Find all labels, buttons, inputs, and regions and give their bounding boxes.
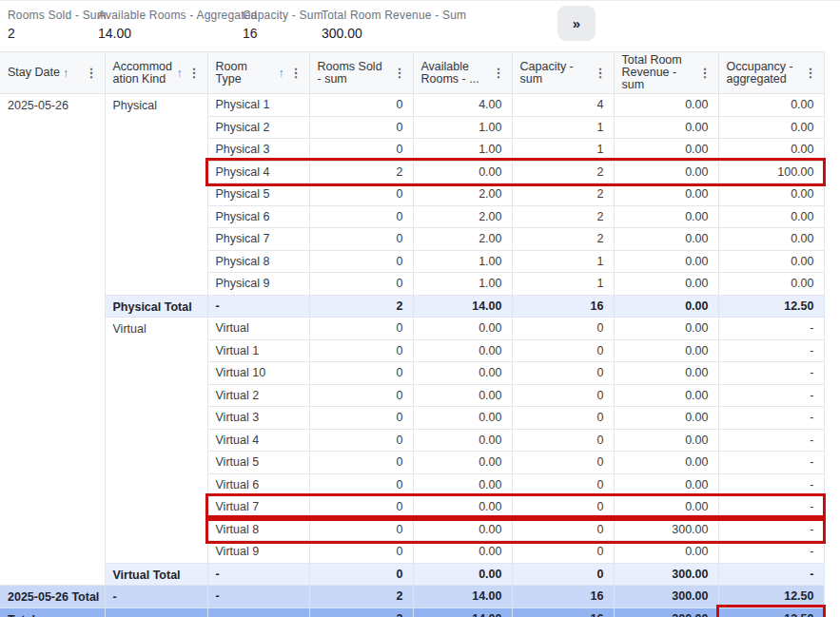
value-cell[interactable]: 0 bbox=[309, 473, 413, 496]
value-cell[interactable]: 0 bbox=[512, 384, 614, 407]
value-cell[interactable]: 0.00 bbox=[413, 339, 512, 362]
column-header-accommodation-kind[interactable]: Accommodation Kind↑⋮ bbox=[105, 52, 207, 94]
value-cell[interactable]: 1 bbox=[512, 116, 614, 139]
column-menu-icon[interactable]: ⋮ bbox=[83, 66, 101, 80]
value-cell[interactable]: 0 bbox=[309, 228, 413, 251]
value-cell[interactable]: 0 bbox=[309, 318, 413, 340]
room-type-cell[interactable]: Physical 8 bbox=[207, 250, 309, 273]
value-cell[interactable]: 0.00 bbox=[413, 563, 512, 586]
value-cell[interactable]: 0.00 bbox=[413, 429, 512, 452]
room-type-cell[interactable]: Physical 6 bbox=[207, 205, 309, 228]
value-cell[interactable]: 1.00 bbox=[413, 273, 512, 296]
value-cell[interactable]: 0.00 bbox=[718, 139, 824, 162]
value-cell[interactable]: 0 bbox=[309, 183, 413, 206]
value-cell[interactable]: 0 bbox=[309, 273, 413, 296]
value-cell[interactable]: 0 bbox=[309, 205, 413, 228]
value-cell[interactable]: 0 bbox=[309, 139, 413, 162]
value-cell[interactable]: 2 bbox=[309, 586, 413, 608]
value-cell[interactable]: 0.00 bbox=[413, 362, 512, 385]
value-cell[interactable]: 0.00 bbox=[614, 384, 718, 407]
value-cell[interactable]: 0.00 bbox=[614, 339, 718, 362]
column-menu-icon[interactable]: ⋮ bbox=[696, 66, 714, 80]
stay-date-cell[interactable]: 2025-05-26 bbox=[0, 94, 105, 586]
column-menu-icon[interactable]: ⋮ bbox=[490, 66, 508, 80]
value-cell[interactable]: 0 bbox=[309, 250, 413, 273]
value-cell[interactable]: 0.00 bbox=[614, 452, 718, 474]
value-cell[interactable]: 0.00 bbox=[614, 139, 718, 162]
value-cell[interactable]: 14.00 bbox=[413, 586, 512, 608]
room-type-cell[interactable]: Virtual 10 bbox=[207, 362, 309, 385]
value-cell[interactable]: 0 bbox=[309, 452, 413, 474]
value-cell[interactable]: 2 bbox=[309, 295, 413, 318]
value-cell[interactable]: 1.00 bbox=[413, 139, 512, 162]
value-cell[interactable]: 2.00 bbox=[413, 205, 512, 228]
value-cell[interactable]: 0.00 bbox=[718, 183, 824, 206]
value-cell[interactable]: 16 bbox=[512, 607, 614, 617]
value-cell[interactable]: 0 bbox=[309, 541, 413, 564]
value-cell[interactable]: 0.00 bbox=[614, 295, 718, 318]
value-cell[interactable]: 0 bbox=[512, 473, 614, 496]
sort-ascending-icon[interactable]: ↑ bbox=[63, 67, 68, 80]
room-type-cell[interactable]: Virtual 7 bbox=[207, 496, 309, 519]
value-cell[interactable]: 0 bbox=[512, 518, 614, 541]
column-menu-icon[interactable]: ⋮ bbox=[186, 66, 204, 80]
value-cell[interactable]: - bbox=[718, 452, 824, 474]
value-cell[interactable]: 0.00 bbox=[718, 94, 824, 117]
value-cell[interactable]: - bbox=[718, 473, 824, 496]
value-cell[interactable]: 0.00 bbox=[413, 452, 512, 474]
column-menu-icon[interactable]: ⋮ bbox=[287, 66, 305, 80]
room-type-cell[interactable]: Virtual 9 bbox=[207, 541, 309, 564]
value-cell[interactable]: 300.00 bbox=[614, 607, 718, 617]
stay-date-cell[interactable]: Total bbox=[0, 607, 105, 617]
value-cell[interactable]: 0.00 bbox=[614, 362, 718, 385]
room-type-cell[interactable]: Physical 2 bbox=[207, 116, 309, 139]
value-cell[interactable]: 12.50 bbox=[718, 295, 824, 318]
value-cell[interactable]: 0.00 bbox=[614, 250, 718, 273]
value-cell[interactable]: 0 bbox=[309, 339, 413, 362]
column-menu-icon[interactable]: ⋮ bbox=[592, 66, 610, 80]
value-cell[interactable]: 0.00 bbox=[614, 116, 718, 139]
value-cell[interactable]: 0 bbox=[309, 518, 413, 541]
value-cell[interactable]: 0.00 bbox=[614, 183, 718, 206]
room-type-cell[interactable]: Physical 7 bbox=[207, 228, 309, 251]
value-cell[interactable]: - bbox=[718, 339, 824, 362]
value-cell[interactable]: 0.00 bbox=[614, 273, 718, 296]
value-cell[interactable]: 300.00 bbox=[614, 586, 718, 608]
value-cell[interactable]: 0 bbox=[309, 407, 413, 430]
accommodation-kind-cell[interactable]: Physical bbox=[105, 94, 207, 296]
value-cell[interactable]: 14.00 bbox=[413, 295, 512, 318]
value-cell[interactable]: 0.00 bbox=[614, 161, 718, 183]
room-type-cell[interactable]: - bbox=[207, 586, 309, 608]
room-type-cell[interactable]: - bbox=[207, 295, 309, 318]
value-cell[interactable]: 0.00 bbox=[413, 384, 512, 407]
value-cell[interactable]: 2.00 bbox=[413, 183, 512, 206]
value-cell[interactable]: 0 bbox=[512, 429, 614, 452]
value-cell[interactable]: 0.00 bbox=[614, 228, 718, 251]
value-cell[interactable]: 0.00 bbox=[413, 518, 512, 541]
room-type-cell[interactable]: Physical 3 bbox=[207, 139, 309, 162]
value-cell[interactable]: 0.00 bbox=[718, 228, 824, 251]
value-cell[interactable]: 0.00 bbox=[413, 318, 512, 340]
value-cell[interactable]: - bbox=[718, 518, 824, 541]
column-header-capacity-sum[interactable]: Capacity - sum⋮ bbox=[512, 52, 614, 94]
room-type-cell[interactable]: Virtual 4 bbox=[207, 429, 309, 452]
value-cell[interactable]: 2 bbox=[309, 161, 413, 183]
value-cell[interactable]: 2 bbox=[512, 161, 614, 183]
column-header-available-rooms[interactable]: Available Rooms - ...⋮ bbox=[413, 52, 512, 94]
value-cell[interactable]: - bbox=[718, 407, 824, 430]
value-cell[interactable]: 2.00 bbox=[413, 228, 512, 251]
value-cell[interactable]: 0.00 bbox=[718, 250, 824, 273]
value-cell[interactable]: - bbox=[718, 496, 824, 519]
value-cell[interactable]: 0 bbox=[309, 496, 413, 519]
value-cell[interactable]: 1 bbox=[512, 250, 614, 273]
value-cell[interactable]: 0.00 bbox=[614, 94, 718, 117]
column-menu-icon[interactable]: ⋮ bbox=[391, 66, 409, 80]
value-cell[interactable]: 0.00 bbox=[614, 473, 718, 496]
value-cell[interactable]: 0.00 bbox=[614, 496, 718, 519]
column-menu-icon[interactable]: ⋮ bbox=[802, 66, 820, 80]
accommodation-kind-cell[interactable]: - bbox=[105, 586, 207, 608]
room-type-cell[interactable]: - bbox=[207, 563, 309, 586]
value-cell[interactable]: 0.00 bbox=[614, 318, 718, 340]
value-cell[interactable]: 0 bbox=[309, 94, 413, 117]
value-cell[interactable]: 0 bbox=[512, 541, 614, 564]
